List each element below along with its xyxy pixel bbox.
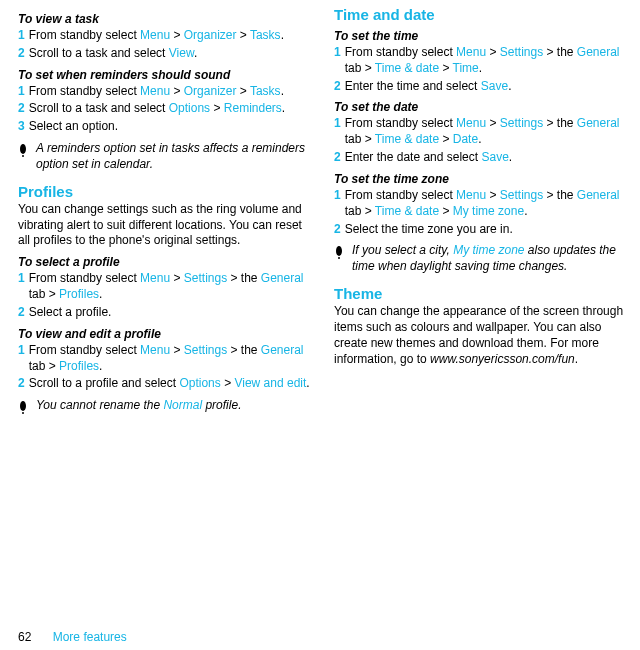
text: .: [508, 79, 511, 93]
menu-link: Menu: [456, 45, 486, 59]
svg-point-0: [20, 144, 26, 154]
settings-link: Settings: [500, 188, 543, 202]
text: >: [170, 271, 184, 285]
step: 1 From standby select Menu > Settings > …: [18, 343, 316, 375]
note-text: A reminders option set in tasks affects …: [36, 141, 316, 173]
page-content: To view a task 1 From standby select Men…: [0, 0, 640, 418]
step-text: Enter the time and select Save.: [345, 79, 632, 95]
text: .: [281, 28, 284, 42]
step-number: 2: [18, 305, 25, 321]
text: You cannot rename the: [36, 398, 163, 412]
step-number: 1: [334, 116, 341, 148]
step: 1 From standby select Menu > Settings > …: [334, 116, 632, 148]
text: >: [439, 132, 453, 146]
step: 2 Scroll to a task and select Options > …: [18, 101, 316, 117]
organizer-link: Organizer: [184, 28, 237, 42]
text: From standby select: [29, 84, 140, 98]
time-date-link: Time & date: [375, 61, 439, 75]
text: .: [479, 61, 482, 75]
url-text: www.sonyericsson.com/fun: [430, 352, 575, 366]
subheading-set-time: To set the time: [334, 29, 632, 43]
step-text: From standby select Menu > Organizer > T…: [29, 28, 316, 44]
heading-theme: Theme: [334, 285, 632, 302]
text: Scroll to a task and select: [29, 46, 169, 60]
general-link: General: [261, 271, 304, 285]
right-column: Time and date To set the time 1 From sta…: [334, 6, 632, 418]
time-date-link: Time & date: [375, 132, 439, 146]
step-text: Scroll to a task and select View.: [29, 46, 316, 62]
subheading-view-task: To view a task: [18, 12, 316, 26]
general-link: General: [577, 188, 620, 202]
step: 2 Scroll to a task and select View.: [18, 46, 316, 62]
note: If you select a city, My time zone also …: [334, 243, 632, 275]
step-number: 1: [18, 271, 25, 303]
info-icon: [18, 398, 28, 414]
text: .: [575, 352, 578, 366]
settings-link: Settings: [184, 343, 227, 357]
step-number: 1: [334, 188, 341, 220]
text: From standby select: [345, 188, 456, 202]
note-text: You cannot rename the Normal profile.: [36, 398, 316, 414]
view-link: View: [169, 46, 194, 60]
step-text: Enter the date and select Save.: [345, 150, 632, 166]
text: Scroll to a task and select: [29, 101, 169, 115]
step: 2 Enter the time and select Save.: [334, 79, 632, 95]
paragraph: You can change the appearance of the scr…: [334, 304, 632, 367]
text: tab >: [345, 61, 375, 75]
text: >: [210, 101, 224, 115]
date-link: Date: [453, 132, 478, 146]
text: .: [194, 46, 197, 60]
menu-link: Menu: [456, 116, 486, 130]
step-number: 2: [334, 222, 341, 238]
text: tab >: [345, 204, 375, 218]
step: 1 From standby select Menu > Settings > …: [334, 188, 632, 220]
text: Enter the time and select: [345, 79, 481, 93]
organizer-link: Organizer: [184, 84, 237, 98]
svg-point-4: [336, 246, 342, 256]
step-number: 1: [18, 28, 25, 44]
general-link: General: [261, 343, 304, 357]
step: 3 Select an option.: [18, 119, 316, 135]
heading-profiles: Profiles: [18, 183, 316, 200]
info-icon: [18, 141, 28, 173]
text: .: [306, 376, 309, 390]
step-number: 2: [334, 79, 341, 95]
text: .: [478, 132, 481, 146]
subheading-edit-profile: To view and edit a profile: [18, 327, 316, 341]
text: >: [170, 28, 184, 42]
step-text: Select the time zone you are in.: [345, 222, 632, 238]
text: .: [509, 150, 512, 164]
text: .: [282, 101, 285, 115]
step-text: From standby select Menu > Settings > th…: [29, 271, 316, 303]
left-column: To view a task 1 From standby select Men…: [18, 6, 316, 418]
timezone-link: My time zone: [453, 243, 524, 257]
text: If you select a city,: [352, 243, 453, 257]
step-number: 2: [334, 150, 341, 166]
menu-link: Menu: [140, 28, 170, 42]
time-date-link: Time & date: [375, 204, 439, 218]
step: 2 Select a profile.: [18, 305, 316, 321]
text: tab >: [345, 132, 375, 146]
paragraph: You can change settings such as the ring…: [18, 202, 316, 249]
text: > the: [543, 116, 577, 130]
step-text: Scroll to a task and select Options > Re…: [29, 101, 316, 117]
text: .: [281, 84, 284, 98]
timezone-link: My time zone: [453, 204, 524, 218]
step: 2 Select the time zone you are in.: [334, 222, 632, 238]
text: >: [170, 343, 184, 357]
text: >: [486, 45, 500, 59]
step-text: Select an option.: [29, 119, 316, 135]
text: > the: [227, 271, 261, 285]
step-text: Scroll to a profile and select Options >…: [29, 376, 316, 392]
text: >: [439, 61, 452, 75]
step-number: 2: [18, 376, 25, 392]
step: 1 From standby select Menu > Settings > …: [334, 45, 632, 77]
step: 2 Scroll to a profile and select Options…: [18, 376, 316, 392]
view-edit-link: View and edit: [234, 376, 306, 390]
step-text: Select a profile.: [29, 305, 316, 321]
step-number: 1: [18, 84, 25, 100]
settings-link: Settings: [500, 116, 543, 130]
text: From standby select: [29, 343, 140, 357]
text: From standby select: [29, 271, 140, 285]
text: tab >: [29, 359, 59, 373]
